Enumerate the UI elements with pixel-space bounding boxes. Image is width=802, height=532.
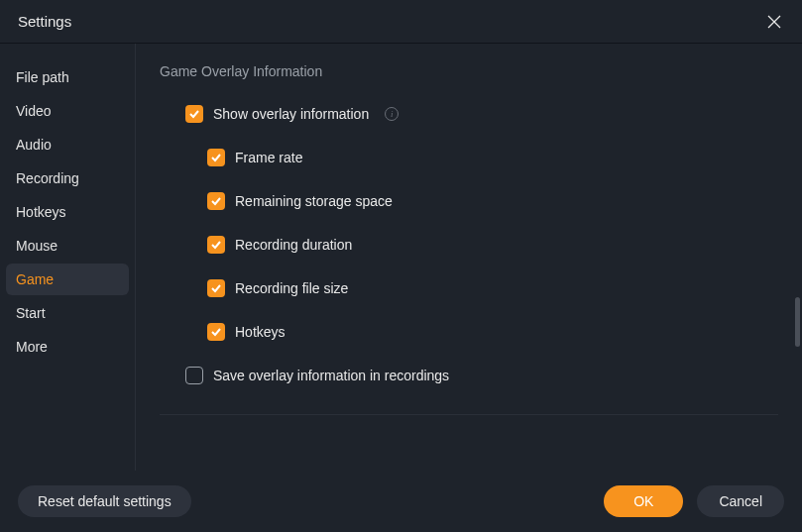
option-frame-rate: Frame rate xyxy=(160,149,778,166)
checkbox-show-overlay[interactable] xyxy=(185,105,203,123)
sidebar-item-more[interactable]: More xyxy=(6,331,129,363)
label-recording-file-size: Recording file size xyxy=(235,280,348,296)
info-icon[interactable]: i xyxy=(385,107,399,121)
close-button[interactable] xyxy=(764,12,784,32)
option-remaining-storage: Remaining storage space xyxy=(160,192,778,210)
footer: Reset default settings OK Cancel xyxy=(0,471,802,532)
close-icon xyxy=(766,14,782,30)
divider xyxy=(160,414,778,415)
checkbox-save-overlay[interactable] xyxy=(185,367,203,384)
check-icon xyxy=(188,108,200,120)
option-recording-duration: Recording duration xyxy=(160,236,778,254)
sidebar-item-hotkeys[interactable]: Hotkeys xyxy=(6,196,129,228)
sidebar: File path Video Audio Recording Hotkeys … xyxy=(0,44,136,471)
cancel-button[interactable]: Cancel xyxy=(697,485,784,517)
checkbox-recording-file-size[interactable] xyxy=(207,279,225,297)
check-icon xyxy=(210,152,222,163)
sidebar-item-game[interactable]: Game xyxy=(6,264,129,295)
option-show-overlay: Show overlay information i xyxy=(160,105,778,123)
content-panel: Game Overlay Information Show overlay in… xyxy=(136,44,802,471)
section-title: Game Overlay Information xyxy=(160,63,778,79)
checkbox-remaining-storage[interactable] xyxy=(207,192,225,210)
check-icon xyxy=(210,282,222,294)
label-remaining-storage: Remaining storage space xyxy=(235,193,393,209)
titlebar: Settings xyxy=(0,0,802,44)
sidebar-item-mouse[interactable]: Mouse xyxy=(6,230,129,262)
option-recording-file-size: Recording file size xyxy=(160,279,778,297)
sidebar-item-file-path[interactable]: File path xyxy=(6,61,129,93)
label-save-overlay: Save overlay information in recordings xyxy=(213,368,449,383)
body: File path Video Audio Recording Hotkeys … xyxy=(0,44,802,471)
ok-button[interactable]: OK xyxy=(604,485,683,517)
window-title: Settings xyxy=(18,13,71,30)
sidebar-item-audio[interactable]: Audio xyxy=(6,129,129,160)
checkbox-hotkeys[interactable] xyxy=(207,323,225,341)
option-save-overlay: Save overlay information in recordings xyxy=(160,367,778,384)
checkbox-recording-duration[interactable] xyxy=(207,236,225,254)
option-hotkeys: Hotkeys xyxy=(160,323,778,341)
label-frame-rate: Frame rate xyxy=(235,150,302,165)
scrollbar[interactable] xyxy=(795,297,800,347)
label-recording-duration: Recording duration xyxy=(235,237,352,253)
sidebar-item-recording[interactable]: Recording xyxy=(6,162,129,194)
sidebar-item-video[interactable]: Video xyxy=(6,95,129,127)
settings-window: Settings File path Video Audio Recording… xyxy=(0,0,802,532)
label-hotkeys: Hotkeys xyxy=(235,324,286,340)
check-icon xyxy=(210,326,222,338)
reset-default-button[interactable]: Reset default settings xyxy=(18,485,191,517)
footer-button-group: OK Cancel xyxy=(604,485,784,517)
label-show-overlay: Show overlay information xyxy=(213,106,369,122)
sidebar-item-start[interactable]: Start xyxy=(6,297,129,329)
check-icon xyxy=(210,239,222,251)
checkbox-frame-rate[interactable] xyxy=(207,149,225,166)
check-icon xyxy=(210,195,222,207)
